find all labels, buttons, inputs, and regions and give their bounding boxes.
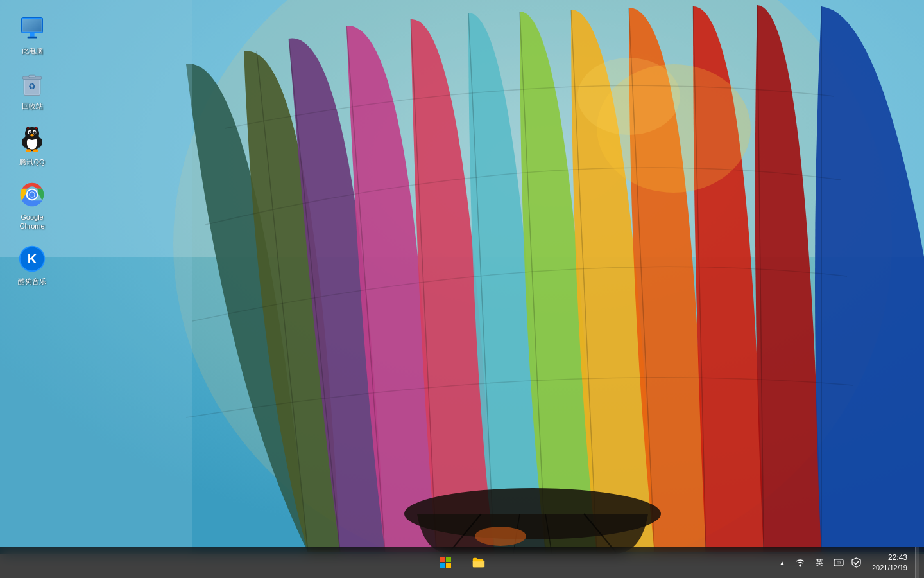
system-clock[interactable]: 22:43 2021/12/19: [867, 552, 912, 573]
svg-point-41: [35, 132, 35, 132]
svg-point-49: [27, 127, 29, 129]
input-method-tray-icon[interactable]: 中: [831, 547, 846, 578]
language-tray-icon[interactable]: 英: [810, 556, 828, 569]
security-tray-icon[interactable]: [849, 547, 864, 578]
desktop-icon-computer[interactable]: 此电脑: [3, 8, 61, 60]
recycle-icon-label: 回收站: [22, 101, 43, 110]
network-tray-icon[interactable]: [792, 547, 808, 578]
svg-point-44: [33, 149, 38, 152]
svg-text:中: 中: [836, 561, 841, 565]
recycle-icon: ♻: [17, 68, 47, 99]
svg-point-43: [26, 149, 31, 152]
qq-icon-label: 腾讯QQ: [19, 157, 44, 166]
svg-rect-60: [440, 563, 445, 568]
taskbar: ▲ 英 中: [0, 547, 924, 578]
taskbar-center: [430, 547, 494, 578]
svg-point-42: [30, 134, 34, 136]
desktop-icon-kugou[interactable]: K 酷狗音乐: [3, 238, 61, 291]
svg-rect-27: [28, 37, 37, 39]
svg-rect-26: [30, 33, 34, 36]
clock-time: 22:43: [872, 552, 907, 563]
svg-text:♻: ♻: [28, 82, 36, 91]
desktop-icon-qq[interactable]: 腾讯QQ: [3, 119, 61, 171]
svg-rect-61: [446, 563, 451, 568]
svg-rect-25: [22, 19, 41, 31]
kugou-icon-label: 酷狗音乐: [18, 277, 46, 286]
chrome-icon-label: GoogleChrome: [19, 213, 44, 231]
svg-rect-59: [446, 557, 451, 562]
computer-icon-label: 此电脑: [22, 46, 43, 55]
svg-rect-58: [440, 557, 445, 562]
svg-rect-62: [473, 561, 484, 567]
svg-rect-32: [29, 75, 36, 78]
taskbar-file-explorer[interactable]: [463, 547, 494, 578]
svg-point-54: [30, 192, 34, 197]
svg-point-63: [799, 565, 801, 567]
show-desktop-button[interactable]: [915, 547, 919, 578]
desktop-icons: 此电脑 ♻ 回收站: [0, 0, 64, 299]
svg-point-40: [30, 132, 31, 132]
svg-point-21: [475, 527, 526, 546]
svg-text:K: K: [28, 252, 37, 267]
desktop-icon-recycle[interactable]: ♻ 回收站: [3, 63, 61, 116]
start-button[interactable]: [430, 547, 461, 578]
desktop-icon-chrome[interactable]: GoogleChrome: [3, 174, 61, 236]
desktop-background: [0, 0, 924, 554]
tray-chevron-button[interactable]: ▲: [774, 550, 790, 575]
svg-point-4: [578, 58, 680, 135]
qq-icon: [17, 124, 47, 155]
svg-point-50: [35, 127, 37, 129]
computer-icon: [17, 13, 47, 44]
chrome-icon: [17, 179, 47, 210]
kugou-icon: K: [17, 243, 47, 274]
clock-date: 2021/12/19: [872, 563, 907, 573]
taskbar-right: ▲ 英 中: [774, 547, 924, 578]
